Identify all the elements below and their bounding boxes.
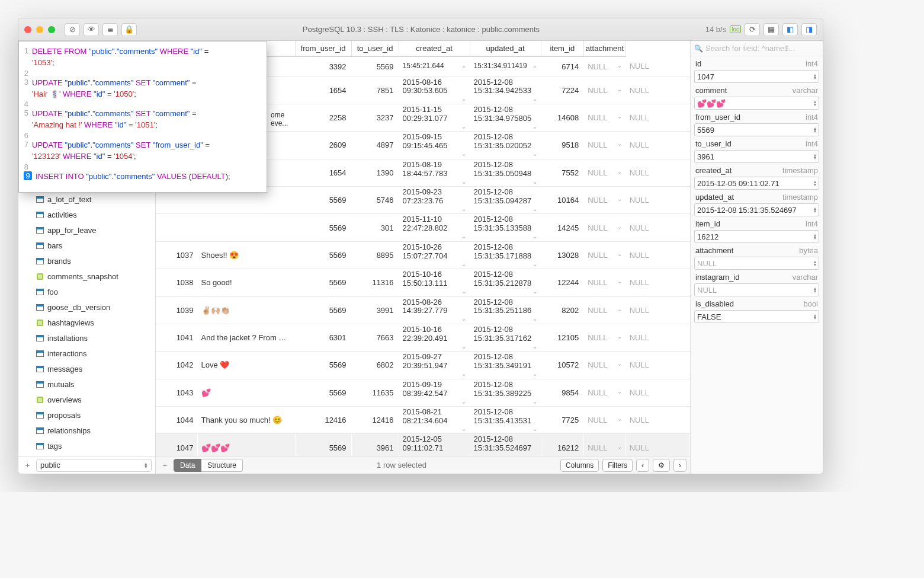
column-from_user_id[interactable]: from_user_id: [295, 41, 351, 56]
column-created_at[interactable]: created_at: [399, 41, 470, 56]
sidebar-item-hashtagviews[interactable]: hashtagviews: [18, 315, 155, 330]
sidebar-item-relationships[interactable]: relationships: [18, 423, 155, 438]
inspector-field-is_disabled: is_disabledboolFALSE▴▾: [691, 296, 823, 323]
toggle-left-panel-button[interactable]: ◧: [782, 23, 798, 36]
column-item_id[interactable]: item_id: [541, 41, 584, 56]
field-type: int4: [806, 219, 818, 228]
table-icon: [36, 196, 44, 203]
field-value-input[interactable]: NULL▴▾: [694, 283, 819, 296]
chevron-updown-icon: ▴▾: [814, 74, 816, 79]
table-icon: [36, 242, 44, 249]
chevron-updown-icon: ▴▾: [814, 127, 816, 133]
sidebar-item-proposals[interactable]: proposals: [18, 407, 155, 423]
table-row[interactable]: 1043💕5569116352015-09-1908:39:42.547⌄201…: [156, 379, 690, 406]
filters-button[interactable]: Filters: [602, 459, 633, 472]
table-row[interactable]: 1044Thank you so much! 😊12416124162015-0…: [156, 407, 690, 434]
field-name: instagram_id: [695, 273, 739, 282]
sidebar-item-activities[interactable]: activities: [18, 207, 155, 222]
inspector-search-placeholder: Search for field: ^name$...: [705, 44, 795, 53]
inspector-field-id: idint41047▴▾: [691, 56, 823, 83]
field-value-input[interactable]: 5569▴▾: [694, 123, 819, 136]
table-icon: [36, 381, 44, 388]
refresh-button[interactable]: ⟳: [745, 23, 760, 36]
zoom-window-icon[interactable]: [48, 26, 55, 33]
field-type: varchar: [793, 86, 818, 95]
table-row[interactable]: 1038So good!5569113162015-10-1615:50:13.…: [156, 269, 690, 296]
next-page-button[interactable]: ›: [673, 459, 686, 472]
field-name: created_at: [695, 166, 732, 175]
sql-preview-popup: 1DELETE FROM "public"."comments" WHERE "…: [18, 41, 267, 193]
field-name: from_user_id: [695, 113, 740, 122]
table-icon: [36, 365, 44, 372]
sidebar-item-comments_snapshot[interactable]: comments_snapshot: [18, 269, 155, 284]
sidebar-item-goose_db_version[interactable]: goose_db_version: [18, 299, 155, 315]
sidebar-item-foo[interactable]: foo: [18, 284, 155, 299]
field-value-input[interactable]: 2015-12-08 15:31:35.524697▴▾: [694, 203, 819, 216]
column-attachment[interactable]: attachment: [584, 41, 626, 56]
field-value-input[interactable]: NULL▴▾: [694, 257, 819, 270]
sidebar-item-overviews[interactable]: overviews: [18, 392, 155, 407]
loc-badge: loc: [730, 25, 741, 33]
sidebar-item-bars[interactable]: bars: [18, 238, 155, 253]
search-icon: 🔍: [694, 44, 703, 53]
inspector-field-from_user_id: from_user_idint45569▴▾: [691, 110, 823, 136]
cancel-changes-button[interactable]: ⊘: [65, 23, 80, 36]
settings-button[interactable]: ⚙: [653, 459, 670, 472]
column-updated_at[interactable]: updated_at: [470, 41, 541, 56]
table-icon: [36, 442, 44, 449]
add-row-button[interactable]: ＋: [159, 460, 170, 471]
columns-button[interactable]: Columns: [560, 459, 599, 472]
grid-mode-button[interactable]: ▦: [763, 23, 779, 36]
structure-tab[interactable]: Structure: [201, 459, 243, 472]
field-value-input[interactable]: 2015-12-05 09:11:02.71▴▾: [694, 177, 819, 190]
inspector-field-updated_at: updated_attimestamp2015-12-08 15:31:35.5…: [691, 190, 823, 216]
table-icon: [36, 350, 44, 357]
sidebar-item-installations[interactable]: installations: [18, 330, 155, 346]
table-row[interactable]: 55693012015-11-1022:47:28.802⌄2015-12-08…: [156, 214, 690, 241]
lock-button[interactable]: 🔒: [121, 23, 137, 36]
sidebar-item-app_for_leave[interactable]: app_for_leave: [18, 222, 155, 238]
window-controls: [24, 26, 55, 33]
sidebar-item-messages[interactable]: messages: [18, 361, 155, 376]
field-value-input[interactable]: 💕💕💕▴▾: [694, 97, 819, 110]
sidebar-item-label: goose_db_version: [47, 303, 110, 312]
view-icon: [36, 319, 44, 326]
sidebar-item-label: relationships: [47, 426, 91, 435]
prev-page-button[interactable]: ‹: [636, 459, 649, 472]
table-icon: [36, 288, 44, 295]
data-tab[interactable]: Data: [174, 459, 201, 472]
field-type: bytea: [799, 246, 818, 255]
inspector-field-attachment: attachmentbyteaNULL▴▾: [691, 243, 823, 270]
toggle-right-panel-button[interactable]: ◨: [801, 23, 817, 36]
preview-sql-button[interactable]: 👁: [84, 23, 99, 36]
sidebar-item-tags[interactable]: tags: [18, 438, 155, 454]
table-icon: [36, 334, 44, 341]
sidebar-item-label: comments_snapshot: [47, 272, 118, 281]
sidebar-item-interactions[interactable]: interactions: [18, 346, 155, 361]
add-table-button[interactable]: ＋: [22, 460, 33, 471]
field-value-input[interactable]: 3961▴▾: [694, 150, 819, 163]
sidebar-item-a_lot_of_text[interactable]: a_lot_of_text: [18, 191, 155, 207]
table-row[interactable]: 1047💕💕💕556939612015-12-0509:11:02.71⌄201…: [156, 434, 690, 456]
sidebar-item-mutuals[interactable]: mutuals: [18, 376, 155, 392]
sidebar-item-label: activities: [47, 210, 77, 219]
column-to_user_id[interactable]: to_user_id: [351, 41, 399, 56]
field-value-input[interactable]: 16212▴▾: [694, 230, 819, 243]
table-row[interactable]: 1039✌🏼🙌🏼👏🏼556939912015-08-2614:39:27.779…: [156, 296, 690, 324]
field-value-input[interactable]: 1047▴▾: [694, 70, 819, 83]
table-row[interactable]: 1042Love ❤️556968022015-09-2720:39:51.94…: [156, 352, 690, 379]
field-value-input[interactable]: FALSE▴▾: [694, 310, 819, 323]
table-icon: [36, 427, 44, 434]
minimize-window-icon[interactable]: [36, 26, 43, 33]
close-window-icon[interactable]: [24, 26, 31, 33]
table-row[interactable]: 1041And the jacket ? From Where did you …: [156, 324, 690, 351]
inspector-field-instagram_id: instagram_idvarcharNULL▴▾: [691, 270, 823, 296]
commit-button[interactable]: ≣: [102, 23, 118, 36]
schema-selector[interactable]: public ▴▾: [36, 459, 152, 472]
sidebar-item-label: app_for_leave: [47, 226, 96, 235]
field-name: item_id: [695, 219, 720, 228]
table-row[interactable]: 1037Shoes!! 😍556988952015-10-2615:07:27.…: [156, 241, 690, 269]
sidebar-item-brands[interactable]: brands: [18, 253, 155, 269]
inspector-field-comment: commentvarchar💕💕💕▴▾: [691, 83, 823, 110]
inspector-search[interactable]: 🔍 Search for field: ^name$...: [691, 41, 823, 56]
